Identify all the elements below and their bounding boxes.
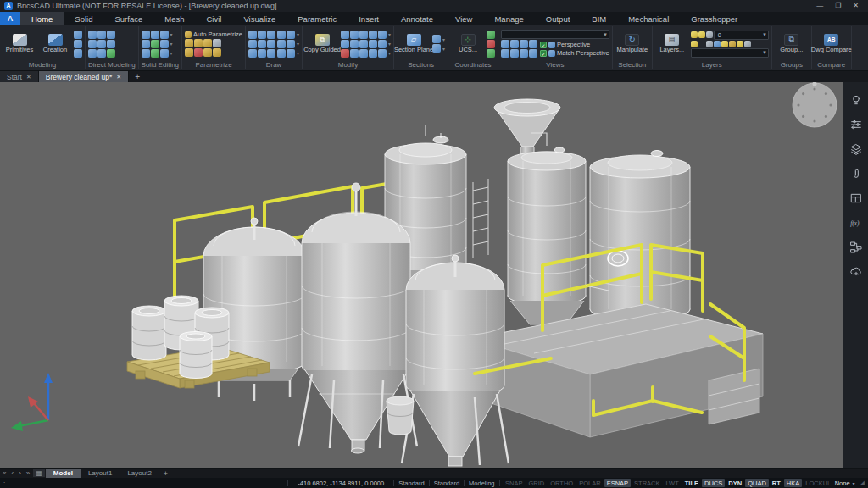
ribbon-button-dwg-compare[interactable]: ABDwg Compare xyxy=(815,34,849,53)
toggle-perspective[interactable]: ✓Perspective xyxy=(540,41,609,48)
status-toggle-dyn[interactable]: DYN xyxy=(726,479,744,487)
menu-tab-mesh[interactable]: Mesh xyxy=(153,12,195,25)
tool-icon[interactable] xyxy=(74,49,82,58)
tool-icon[interactable] xyxy=(248,30,257,39)
chevron-down-icon[interactable]: ▾ xyxy=(170,31,173,37)
current-layer-dropdown[interactable]: 0▾ xyxy=(714,30,769,40)
menu-tab-bim[interactable]: BIM xyxy=(581,12,617,25)
tool-icon[interactable] xyxy=(97,40,106,48)
tool-icon[interactable] xyxy=(350,40,359,48)
tool-icon[interactable] xyxy=(529,40,537,48)
status-toggle-lwt[interactable]: LWT xyxy=(663,479,681,487)
tool-icon[interactable] xyxy=(520,49,528,58)
new-document-tab-button[interactable]: + xyxy=(129,71,146,82)
tool-icon[interactable] xyxy=(369,49,377,58)
status-toggle-lockui[interactable]: LOCKUI xyxy=(803,479,832,487)
tool-icon[interactable] xyxy=(142,40,150,48)
ribbon-button-ucs[interactable]: ⊹UCS... xyxy=(451,34,485,53)
status-toggle-quad[interactable]: QUAD xyxy=(745,479,769,487)
menu-tab-parametric[interactable]: Parametric xyxy=(287,12,348,25)
chevron-down-icon[interactable]: ▾ xyxy=(297,31,299,37)
tool-icon[interactable] xyxy=(248,40,257,48)
status-toggle-ducs[interactable]: DUCS xyxy=(702,479,725,487)
layer-tool-icon[interactable] xyxy=(706,41,713,47)
document-tab-brewery-cleaned-up[interactable]: Brewery cleaned up*✕ xyxy=(39,71,129,82)
tool-icon[interactable] xyxy=(203,39,212,47)
layer-filter-dropdown[interactable]: ▾ xyxy=(691,48,769,58)
tool-icon[interactable] xyxy=(194,39,203,47)
close-icon[interactable]: ✕ xyxy=(116,74,121,80)
menu-tab-view[interactable]: View xyxy=(444,12,483,25)
menu-tab-grasshopper[interactable]: Grasshopper xyxy=(680,12,748,25)
document-tab-start[interactable]: Start✕ xyxy=(0,71,39,82)
tool-icon[interactable] xyxy=(529,49,537,58)
menu-tab-solid[interactable]: Solid xyxy=(64,12,103,25)
tool-icon[interactable] xyxy=(107,40,115,48)
status-toggle-hka[interactable]: HKA xyxy=(784,479,802,487)
tool-icon[interactable] xyxy=(369,30,377,39)
chevron-down-icon[interactable]: ▾ xyxy=(297,41,299,47)
maximize-button[interactable]: ❐ xyxy=(835,0,841,12)
status-style-1[interactable]: Standard xyxy=(432,480,461,487)
model-canvas[interactable] xyxy=(0,82,843,468)
minimize-button[interactable]: — xyxy=(816,0,823,12)
tool-icon[interactable] xyxy=(151,49,159,58)
tool-icon[interactable] xyxy=(378,30,387,39)
tool-icon[interactable] xyxy=(88,49,97,58)
menu-tab-mechanical[interactable]: Mechanical xyxy=(617,12,680,25)
tool-icon[interactable] xyxy=(107,30,115,39)
application-menu-button[interactable]: A xyxy=(0,12,20,25)
close-button[interactable]: ✕ xyxy=(853,0,859,12)
tool-icon[interactable] xyxy=(97,30,106,39)
tool-icon[interactable] xyxy=(151,30,159,39)
bucket[interactable] xyxy=(387,396,414,435)
ribbon-button-layers[interactable]: ▤Layers... xyxy=(655,34,689,53)
tool-icon[interactable] xyxy=(258,40,266,48)
tool-icon[interactable] xyxy=(185,39,193,47)
layer-state-icon[interactable] xyxy=(698,31,705,38)
menu-tab-annotate[interactable]: Annotate xyxy=(390,12,444,25)
tool-icon[interactable] xyxy=(487,49,495,58)
layer-state-icon[interactable] xyxy=(691,31,698,38)
tool-icon[interactable] xyxy=(350,49,359,58)
tool-icon[interactable] xyxy=(88,40,97,48)
command-prompt[interactable]: : xyxy=(3,480,5,487)
previous-layout-button[interactable]: ‹ xyxy=(8,469,16,478)
tool-icon[interactable] xyxy=(341,40,349,48)
tool-icon[interactable] xyxy=(160,49,169,58)
tool-icon[interactable] xyxy=(359,40,368,48)
tool-icon[interactable] xyxy=(267,49,275,58)
tool-icon[interactable] xyxy=(510,40,519,48)
chevron-down-icon[interactable]: ▾ xyxy=(170,50,173,56)
tool-icon[interactable] xyxy=(277,30,286,39)
tips-lightbulb-icon[interactable] xyxy=(849,92,863,107)
ribbon-button-auto-parametrize[interactable]: Auto Parametrize xyxy=(185,30,242,38)
tool-icon[interactable] xyxy=(203,48,212,57)
brewery-model[interactable] xyxy=(0,82,843,468)
tool-icon[interactable] xyxy=(160,40,169,48)
status-toggle-ortho[interactable]: ORTHO xyxy=(548,479,576,487)
fermenter-3[interactable] xyxy=(402,255,509,466)
menu-tab-surface[interactable]: Surface xyxy=(103,12,153,25)
tool-icon[interactable] xyxy=(97,49,106,58)
fields-icon[interactable]: f(x) xyxy=(849,215,863,230)
tool-icon[interactable] xyxy=(378,40,387,48)
tool-icon[interactable] xyxy=(258,49,266,58)
layer-tool-icon[interactable] xyxy=(737,41,743,47)
status-toggle-esnap[interactable]: ESNAP xyxy=(604,479,631,487)
tool-icon[interactable] xyxy=(501,40,509,48)
tool-icon[interactable] xyxy=(151,40,159,48)
status-toggle-strack[interactable]: STRACK xyxy=(632,479,662,487)
render-settings-icon[interactable] xyxy=(849,117,863,131)
tool-icon[interactable] xyxy=(258,30,266,39)
layer-tool-icon[interactable] xyxy=(729,41,736,47)
status-style-0[interactable]: Standard xyxy=(397,480,426,487)
tool-icon[interactable] xyxy=(277,49,286,58)
menu-tab-visualize[interactable]: Visualize xyxy=(232,12,287,25)
tool-icon[interactable] xyxy=(267,40,275,48)
ribbon-button-creation[interactable]: Creation xyxy=(38,34,72,53)
chevron-down-icon[interactable]: ▾ xyxy=(442,46,445,52)
tool-icon[interactable] xyxy=(74,40,82,48)
layout-tab-layout2[interactable]: Layout2 xyxy=(120,469,159,478)
tool-icon[interactable] xyxy=(287,49,295,58)
